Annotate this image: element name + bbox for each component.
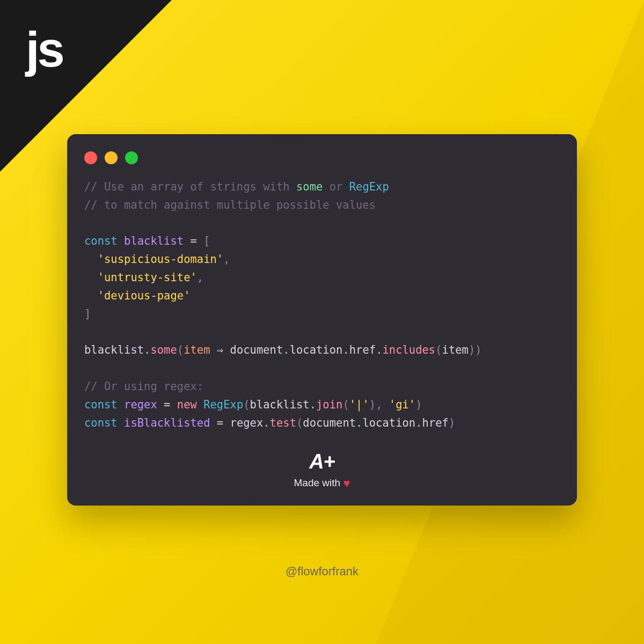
js-logo: js — [26, 21, 63, 78]
code-method: some — [150, 343, 177, 356]
code-identifier: href — [422, 416, 449, 429]
code-punct: ] — [84, 308, 91, 320]
footer-badge: A+ Made with ♥ — [84, 450, 560, 491]
code-identifier: document — [303, 416, 356, 429]
code-identifier: blacklist — [84, 343, 144, 356]
aplus-logo: A+ — [309, 450, 335, 473]
code-method: includes — [382, 343, 435, 356]
code-identifier: location — [362, 416, 415, 429]
code-keyword: const — [84, 235, 118, 247]
code-keyword: const — [84, 398, 118, 411]
code-identifier: document — [230, 343, 283, 356]
code-identifier: regex — [124, 398, 157, 411]
code-comment: // Or using regex: — [84, 380, 203, 393]
code-window: // Use an array of strings with some or … — [67, 134, 577, 506]
code-identifier: regex — [230, 416, 264, 429]
code-punct: . — [283, 343, 289, 356]
code-punct: . — [356, 416, 362, 429]
code-punct: . — [342, 343, 349, 356]
code-string: 'devious-page' — [98, 289, 191, 302]
made-with-text: Made with — [294, 477, 343, 488]
minimize-icon[interactable] — [105, 151, 118, 164]
code-identifier: location — [290, 343, 343, 356]
code-identifier: blacklist — [124, 235, 184, 247]
code-operator: = — [184, 235, 203, 247]
code-keyword-regexp: RegExp — [349, 180, 389, 193]
code-method: test — [270, 416, 296, 429]
code-block: // Use an array of strings with some or … — [84, 178, 560, 432]
close-icon[interactable] — [84, 151, 97, 164]
code-string: 'gi' — [389, 398, 415, 411]
code-identifier: href — [349, 343, 376, 356]
code-punct: ) — [415, 398, 422, 411]
code-string: 'untrusty-site' — [98, 271, 197, 284]
code-operator: = — [157, 398, 177, 411]
author-handle: @flowforfrank — [0, 565, 644, 579]
code-comment: // to match against multiple possible va… — [84, 199, 376, 211]
made-with-label: Made with ♥ — [84, 477, 560, 491]
code-identifier: isBlacklisted — [124, 416, 210, 429]
code-punct: [ — [203, 235, 210, 247]
code-punct: , — [376, 398, 382, 411]
code-method: join — [316, 398, 342, 411]
code-punct: ( — [435, 343, 442, 356]
code-param: item — [184, 343, 210, 356]
code-punct: . — [415, 416, 422, 429]
code-string: '|' — [349, 398, 369, 411]
code-punct: , — [197, 271, 203, 284]
code-keyword-new: new — [177, 398, 197, 411]
code-string: 'suspicious-domain' — [98, 253, 224, 266]
heart-icon: ♥ — [343, 477, 350, 491]
code-punct: . — [310, 398, 316, 411]
code-punct: ( — [342, 398, 349, 411]
code-identifier: blacklist — [250, 398, 310, 411]
code-punct: ( — [177, 343, 184, 356]
code-punct: . — [144, 343, 150, 356]
maximize-icon[interactable] — [125, 151, 138, 164]
code-keyword-some: some — [296, 180, 323, 193]
code-punct: . — [376, 343, 382, 356]
code-punct: ( — [243, 398, 250, 411]
code-arrow: ⇒ — [210, 343, 230, 356]
code-comment: or — [323, 180, 349, 193]
code-punct: ) — [449, 416, 455, 429]
code-punct: , — [223, 253, 230, 266]
code-identifier: item — [442, 343, 469, 356]
code-punct: ( — [296, 416, 303, 429]
code-keyword: const — [84, 416, 118, 429]
code-punct: ) — [469, 343, 475, 356]
code-punct: ) — [369, 398, 376, 411]
code-comment: // Use an array of strings with — [84, 180, 296, 193]
code-class: RegExp — [203, 398, 243, 411]
window-controls — [84, 151, 560, 164]
code-punct: ) — [475, 343, 481, 356]
code-operator: = — [210, 416, 230, 429]
code-punct: . — [263, 416, 269, 429]
